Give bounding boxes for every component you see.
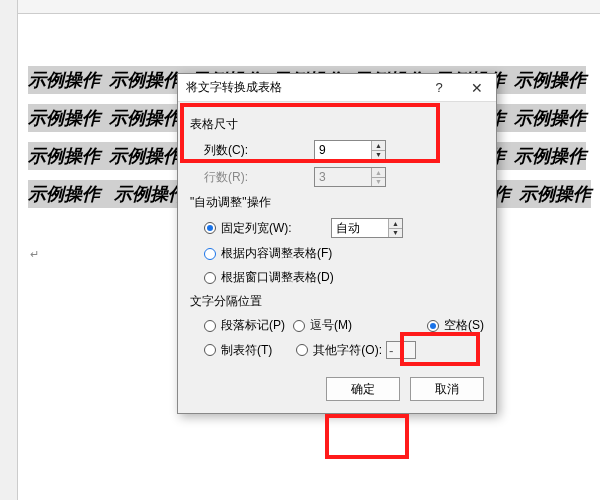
table-size-group-label: 表格尺寸 bbox=[190, 116, 484, 133]
convert-text-to-table-dialog: 将文字转换成表格 ? ✕ 表格尺寸 列数(C): ▲ ▼ 行数(R): ▲ ▼ bbox=[177, 73, 497, 414]
fit-window-label: 根据窗口调整表格(D) bbox=[221, 269, 334, 286]
rows-spinner: ▲ ▼ bbox=[314, 167, 386, 187]
autofit-group-label: "自动调整"操作 bbox=[190, 194, 484, 211]
dialog-titlebar[interactable]: 将文字转换成表格 ? ✕ bbox=[178, 74, 496, 102]
radio-icon[interactable] bbox=[204, 222, 216, 234]
spinner-down-icon[interactable]: ▼ bbox=[389, 228, 402, 238]
columns-label: 列数(C): bbox=[204, 142, 314, 159]
dialog-title: 将文字转换成表格 bbox=[186, 79, 420, 96]
sep-comma-option[interactable]: 逗号(M) bbox=[293, 317, 352, 334]
columns-input[interactable] bbox=[315, 141, 371, 159]
radio-icon[interactable] bbox=[293, 320, 305, 332]
rows-input bbox=[315, 168, 371, 186]
spinner-down-icon[interactable]: ▼ bbox=[372, 150, 385, 160]
close-button[interactable]: ✕ bbox=[458, 74, 496, 102]
sep-space-label: 空格(S) bbox=[444, 317, 484, 334]
radio-icon[interactable] bbox=[204, 320, 216, 332]
help-button[interactable]: ? bbox=[420, 74, 458, 102]
highlight-ok-button bbox=[325, 414, 409, 459]
cancel-button[interactable]: 取消 bbox=[410, 377, 484, 401]
sep-tab-option[interactable]: 制表符(T) bbox=[204, 342, 272, 359]
separator-group-label: 文字分隔位置 bbox=[190, 293, 484, 310]
sep-tab-label: 制表符(T) bbox=[221, 342, 272, 359]
spinner-up-icon: ▲ bbox=[372, 168, 385, 177]
sep-space-option[interactable]: 空格(S) bbox=[427, 317, 484, 334]
ok-button[interactable]: 确定 bbox=[326, 377, 400, 401]
spinner-up-icon[interactable]: ▲ bbox=[372, 141, 385, 150]
sep-comma-label: 逗号(M) bbox=[310, 317, 352, 334]
radio-icon[interactable] bbox=[427, 320, 439, 332]
sep-paragraph-option[interactable]: 段落标记(P) bbox=[204, 317, 285, 334]
spinner-up-icon[interactable]: ▲ bbox=[389, 219, 402, 228]
spinner-down-icon: ▼ bbox=[372, 177, 385, 187]
radio-icon[interactable] bbox=[204, 248, 216, 260]
sep-other-input bbox=[386, 341, 416, 359]
sep-paragraph-label: 段落标记(P) bbox=[221, 317, 285, 334]
fixed-width-spinner[interactable]: ▲ ▼ bbox=[331, 218, 403, 238]
sep-other-option[interactable]: 其他字符(O): bbox=[296, 341, 416, 359]
fixed-width-option[interactable]: 固定列宽(W): ▲ ▼ bbox=[204, 218, 484, 238]
sep-other-label: 其他字符(O): bbox=[313, 342, 382, 359]
paragraph-mark: ↵ bbox=[30, 248, 39, 261]
fixed-width-label: 固定列宽(W): bbox=[221, 220, 331, 237]
radio-icon[interactable] bbox=[204, 344, 216, 356]
fit-window-option[interactable]: 根据窗口调整表格(D) bbox=[204, 269, 484, 286]
fixed-width-input[interactable] bbox=[332, 219, 388, 237]
radio-icon[interactable] bbox=[296, 344, 308, 356]
rows-label: 行数(R): bbox=[204, 169, 314, 186]
fit-content-option[interactable]: 根据内容调整表格(F) bbox=[204, 245, 484, 262]
fit-content-label: 根据内容调整表格(F) bbox=[221, 245, 332, 262]
radio-icon[interactable] bbox=[204, 272, 216, 284]
columns-spinner[interactable]: ▲ ▼ bbox=[314, 140, 386, 160]
rows-row: 行数(R): ▲ ▼ bbox=[204, 166, 484, 188]
columns-row: 列数(C): ▲ ▼ bbox=[204, 139, 484, 161]
